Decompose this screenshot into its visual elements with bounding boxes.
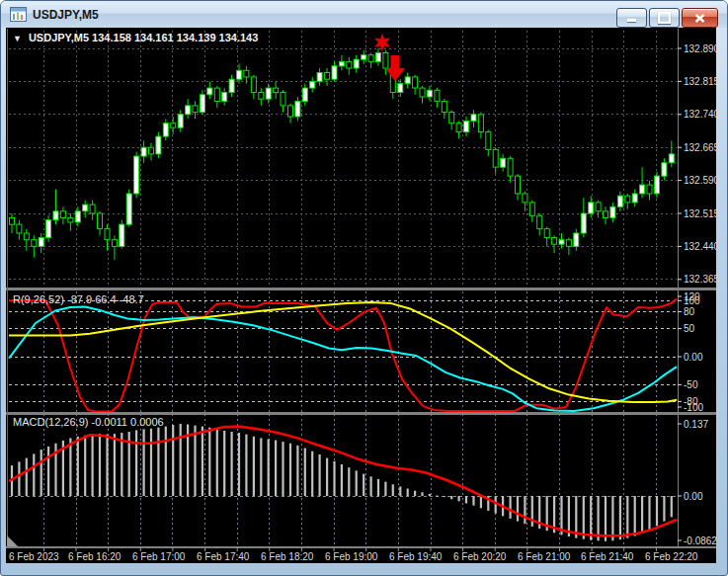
macd-histogram-bar xyxy=(641,496,643,534)
candle-body xyxy=(317,73,322,82)
macd-histogram-bar xyxy=(121,433,122,496)
symbol-ohlc-text: USDJPY,M5 134.158 134.161 134.139 134.14… xyxy=(29,32,258,43)
candle-body xyxy=(442,101,446,112)
macd-histogram-bar xyxy=(253,437,255,496)
indicator-axis-label: -100 xyxy=(684,402,703,413)
indicator-axis-label: 80 xyxy=(684,306,695,317)
minimize-button[interactable] xyxy=(616,8,647,28)
oscillator-indicator-label: R(9,26,52) -87.9 66.4 -48.7 xyxy=(13,293,144,305)
macd-histogram-bar xyxy=(429,494,431,496)
macd-histogram-bar xyxy=(583,496,585,539)
candle-body xyxy=(405,77,410,84)
candle-body xyxy=(478,115,483,132)
macd-axis-label: -0.0862 xyxy=(684,535,716,546)
macd-histogram-bar xyxy=(611,496,613,540)
candle-body xyxy=(120,224,124,246)
candle-body xyxy=(134,156,139,194)
macd-histogram-bar xyxy=(370,476,372,496)
macd-histogram-bar xyxy=(180,424,182,496)
macd-histogram-bar xyxy=(311,452,313,496)
time-axis-label: 6 Feb 2023 xyxy=(9,551,59,562)
macd-histogram-bar xyxy=(282,442,283,496)
candle-body xyxy=(456,123,461,132)
candle-body xyxy=(574,233,579,246)
candle-body xyxy=(39,238,43,247)
candle-body xyxy=(552,238,557,245)
macd-histogram-bar xyxy=(421,492,423,496)
macd-histogram-bar xyxy=(444,496,445,497)
candle-body xyxy=(200,95,204,113)
macd-histogram-bar xyxy=(84,436,86,496)
maximize-icon xyxy=(658,12,671,24)
candle-body xyxy=(516,176,521,194)
macd-histogram-bar xyxy=(626,496,628,538)
candle-body xyxy=(90,205,95,213)
macd-histogram-bar xyxy=(165,427,167,496)
macd-histogram-bar xyxy=(77,437,79,496)
candle-body xyxy=(126,194,131,224)
candle-body xyxy=(288,106,293,117)
macd-histogram-bar xyxy=(47,447,49,496)
candle-body xyxy=(362,55,366,60)
candle-body xyxy=(237,70,242,79)
candle-body xyxy=(383,53,388,69)
candle-body xyxy=(295,101,300,117)
macd-histogram-bar xyxy=(26,458,28,496)
maximize-button[interactable] xyxy=(649,8,680,28)
candle-body xyxy=(435,90,440,101)
candle-body xyxy=(589,203,594,213)
price-axis-label: 132.665 xyxy=(684,142,716,153)
macd-histogram-bar xyxy=(40,450,42,496)
macd-histogram-bar xyxy=(531,496,533,527)
macd-histogram-bar xyxy=(510,496,512,519)
candle-body xyxy=(471,115,476,122)
macd-histogram-bar xyxy=(172,425,174,496)
macd-histogram-bar xyxy=(289,444,291,496)
macd-histogram-bar xyxy=(135,430,137,496)
candle-body xyxy=(10,218,15,225)
panel-separator xyxy=(6,288,716,290)
candle-body xyxy=(163,123,168,136)
candle-body xyxy=(596,203,601,211)
window-titlebar[interactable]: USDJPY,M5 xyxy=(1,1,727,28)
time-axis-label: 6 Feb 17:40 xyxy=(197,551,250,562)
time-axis-label: 6 Feb 19:40 xyxy=(389,551,443,562)
macd-histogram-bar xyxy=(268,439,270,496)
candle-body xyxy=(46,220,51,238)
macd-histogram-bar xyxy=(480,496,482,508)
macd-axis-label: 0.137 xyxy=(684,419,708,430)
time-axis-label: 6 Feb 19:00 xyxy=(325,551,378,562)
macd-histogram-bar xyxy=(517,496,519,522)
candle-body xyxy=(259,93,264,100)
candle-body xyxy=(501,158,506,167)
candle-body xyxy=(149,147,154,154)
macd-histogram-bar xyxy=(524,496,526,524)
candle-body xyxy=(669,154,674,163)
macd-histogram-bar xyxy=(326,458,328,496)
candle-body xyxy=(98,213,103,229)
macd-axis-label: 0.00 xyxy=(684,491,703,502)
macd-histogram-bar xyxy=(465,496,467,504)
candle-body xyxy=(17,224,22,233)
close-button[interactable] xyxy=(682,8,718,28)
macd-histogram-bar xyxy=(384,482,386,496)
candle-body xyxy=(625,196,630,203)
candle-body xyxy=(508,158,513,176)
candle-body xyxy=(523,194,527,203)
macd-histogram-bar xyxy=(114,434,116,496)
candle-body xyxy=(24,233,29,240)
macd-histogram-bar xyxy=(275,441,277,497)
macd-histogram-bar xyxy=(18,461,20,496)
macd-histogram-bar xyxy=(202,427,203,496)
time-axis-label: 6 Feb 18:20 xyxy=(261,551,314,562)
candle-body xyxy=(83,205,88,211)
candle-body xyxy=(354,59,359,68)
candle-body xyxy=(368,55,373,62)
candle-body xyxy=(640,185,645,194)
chart-collapse-arrow-icon[interactable]: ▼ xyxy=(13,34,22,43)
macd-histogram-bar xyxy=(333,461,335,496)
candle-body xyxy=(68,218,73,223)
macd-histogram-bar xyxy=(150,429,152,496)
candle-body xyxy=(449,113,454,123)
time-axis-label: 6 Feb 21:40 xyxy=(581,551,634,562)
